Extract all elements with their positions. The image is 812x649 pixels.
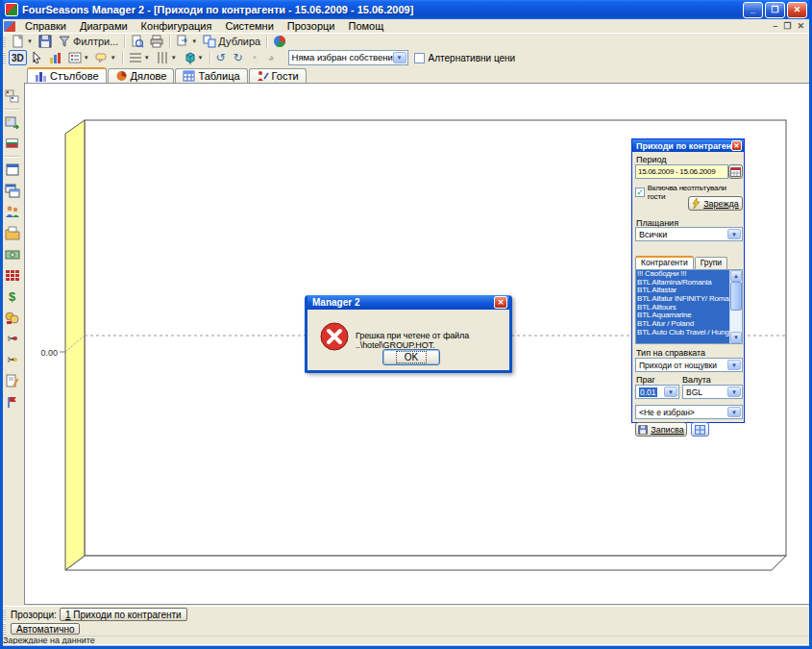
menu-sistemni[interactable]: Системни bbox=[218, 19, 280, 33]
currency-combobox[interactable]: BGL ▼ bbox=[682, 385, 743, 399]
child-close-icon[interactable]: ✕ bbox=[797, 21, 804, 31]
depth-button[interactable]: ◔ bbox=[248, 50, 265, 65]
list-item[interactable]: BTL Aquamarine bbox=[636, 312, 729, 320]
cube-button[interactable]: ▼ bbox=[180, 50, 207, 65]
cut-yellow-icon[interactable]: ✂ bbox=[4, 352, 20, 367]
print-preview-button[interactable] bbox=[128, 34, 147, 49]
chevron-down-icon[interactable]: ▼ bbox=[727, 387, 741, 397]
restore-button[interactable]: ❐ bbox=[765, 2, 785, 18]
template-combobox[interactable]: <Не е избран> ▼ bbox=[635, 405, 743, 419]
guests-icon[interactable] bbox=[4, 204, 20, 219]
note-edit-icon[interactable] bbox=[4, 373, 20, 388]
report-type-combobox[interactable]: Приходи от нощувки ▼ bbox=[635, 358, 743, 372]
scroll-thumb[interactable] bbox=[730, 282, 742, 311]
dialog-close-icon[interactable]: ✕ bbox=[494, 296, 507, 309]
list-item[interactable]: BTL Auto Club Travel / Hunga bbox=[636, 329, 729, 337]
menu-konfiguracia[interactable]: Конфигурация bbox=[135, 19, 219, 33]
organizer-icon[interactable] bbox=[4, 88, 20, 104]
duplicate-button[interactable]: Дублира bbox=[200, 34, 263, 49]
room-grid-icon[interactable] bbox=[4, 267, 20, 283]
rotate-left-button[interactable]: ↺ bbox=[213, 50, 231, 65]
payments-combobox[interactable]: Всички ▼ bbox=[635, 227, 743, 241]
load-button[interactable]: Зарежда bbox=[688, 196, 743, 211]
menu-prozorci[interactable]: Прозорци bbox=[281, 19, 342, 33]
tab-guests[interactable]: Гости bbox=[249, 68, 307, 83]
scroll-up-icon[interactable]: ▲ bbox=[730, 270, 742, 282]
list-item-partial[interactable] bbox=[636, 337, 729, 345]
banknote-icon[interactable] bbox=[4, 246, 20, 262]
grid-view-button[interactable] bbox=[691, 422, 709, 437]
period-input[interactable]: 15.06.2009 - 15.06.2009 bbox=[635, 164, 728, 179]
tab-groups[interactable]: Групи bbox=[695, 257, 727, 269]
list-item[interactable]: BTL Alfatur INFINITY/ Romani bbox=[636, 295, 729, 304]
chevron-down-icon[interactable]: ▼ bbox=[664, 387, 677, 397]
tab-counterparties[interactable]: Контрагенти bbox=[635, 256, 694, 269]
rotate-right-button[interactable]: ↻ bbox=[231, 50, 248, 65]
list-item[interactable]: BTL Alfamina/Romania bbox=[636, 279, 729, 287]
toolbar-grip[interactable] bbox=[3, 52, 6, 63]
cut-red-icon[interactable]: ✂ bbox=[4, 331, 20, 346]
counterparties-listbox[interactable]: !!! Свободни !!! BTL Alfamina/Romania BT… bbox=[635, 269, 743, 344]
owner-combobox[interactable]: Няма избран собственици ▼ bbox=[288, 50, 408, 65]
data-labels-button[interactable] bbox=[46, 50, 65, 65]
child-window-icon[interactable] bbox=[4, 21, 15, 32]
zoom-button[interactable]: ◕ bbox=[265, 50, 283, 65]
window-icon[interactable] bbox=[4, 162, 20, 177]
save-button[interactable] bbox=[36, 34, 55, 49]
coins-icon[interactable] bbox=[4, 310, 20, 325]
child-restore-icon[interactable]: ❐ bbox=[783, 21, 791, 31]
menu-pomosht[interactable]: Помощ bbox=[341, 19, 390, 33]
close-button[interactable]: ✕ bbox=[787, 2, 807, 18]
legend-button[interactable]: ▼ bbox=[65, 50, 92, 65]
list-item[interactable]: !!! Свободни !!! bbox=[636, 270, 729, 279]
chart-button[interactable] bbox=[270, 34, 289, 49]
dollar-icon[interactable]: $ bbox=[4, 288, 20, 304]
chevron-down-icon[interactable]: ▼ bbox=[727, 360, 741, 370]
toolbar-grip[interactable] bbox=[3, 609, 6, 620]
toolbar-grip[interactable] bbox=[3, 36, 6, 47]
ok-button[interactable]: OK bbox=[382, 349, 440, 365]
menu-spravki[interactable]: Справки bbox=[18, 19, 73, 33]
panel-title-bar[interactable]: Приходи по контрагенти ✕ bbox=[632, 139, 744, 152]
calendar-button[interactable] bbox=[728, 164, 743, 179]
horizontal-grid-button[interactable]: ▼ bbox=[126, 50, 153, 65]
threshold-combobox[interactable]: 0.01 ▼ bbox=[635, 385, 679, 399]
tab-shares[interactable]: Дялове bbox=[108, 68, 175, 83]
chevron-down-icon[interactable]: ▼ bbox=[393, 52, 406, 63]
minimize-button[interactable]: _ bbox=[743, 2, 763, 18]
vertical-grid-button[interactable]: ▼ bbox=[153, 50, 180, 65]
filter-button[interactable]: Филтри... bbox=[55, 34, 121, 49]
new-document-button[interactable]: ▼ bbox=[9, 34, 36, 49]
chevron-down-icon[interactable]: ▼ bbox=[727, 229, 741, 239]
scroll-down-icon[interactable]: ▼ bbox=[730, 332, 742, 343]
bulgarian-flag-icon[interactable] bbox=[4, 136, 20, 151]
legend-icon bbox=[68, 51, 82, 64]
toolbar-grip[interactable] bbox=[3, 623, 6, 635]
chevron-down-icon: ▼ bbox=[144, 55, 150, 61]
tab-table[interactable]: Таблица bbox=[175, 68, 247, 83]
copy-button[interactable]: ▼ bbox=[173, 34, 200, 49]
chevron-down-icon[interactable]: ▼ bbox=[727, 407, 741, 417]
window-1-button[interactable]: 1 Приходи по контрагенти bbox=[60, 608, 187, 621]
menu-diagrami[interactable]: Диаграми bbox=[73, 19, 135, 33]
folder-documents-icon[interactable] bbox=[4, 225, 20, 240]
dialog-title-bar[interactable]: Manager 2 ✕ bbox=[308, 295, 509, 310]
panel-close-icon[interactable]: ✕ bbox=[731, 140, 742, 151]
automatic-button[interactable]: Автоматично bbox=[11, 623, 80, 635]
save-report-button[interactable]: Записва bbox=[635, 422, 687, 437]
list-item[interactable]: BTL Alfastar bbox=[636, 287, 729, 295]
child-minimize-icon[interactable]: – bbox=[773, 21, 777, 31]
pointer-button[interactable] bbox=[27, 50, 46, 65]
export-image-icon[interactable] bbox=[4, 114, 20, 130]
list-item[interactable]: BTL Alltours bbox=[636, 304, 729, 312]
3d-toggle-button[interactable]: 3D bbox=[9, 50, 27, 65]
tab-columns[interactable]: Стълбове bbox=[27, 67, 107, 83]
marks-button[interactable]: ▼ bbox=[92, 50, 119, 65]
alternative-prices-checkbox[interactable] bbox=[414, 53, 425, 63]
print-button[interactable] bbox=[147, 34, 166, 49]
include-guests-checkbox[interactable]: ✓ bbox=[635, 187, 645, 197]
list-item[interactable]: BTL Atur / Poland bbox=[636, 320, 729, 329]
person-flag-icon[interactable] bbox=[4, 394, 20, 410]
list-scrollbar[interactable]: ▲ ▼ bbox=[729, 270, 742, 343]
windows-copy-icon[interactable] bbox=[4, 183, 20, 198]
